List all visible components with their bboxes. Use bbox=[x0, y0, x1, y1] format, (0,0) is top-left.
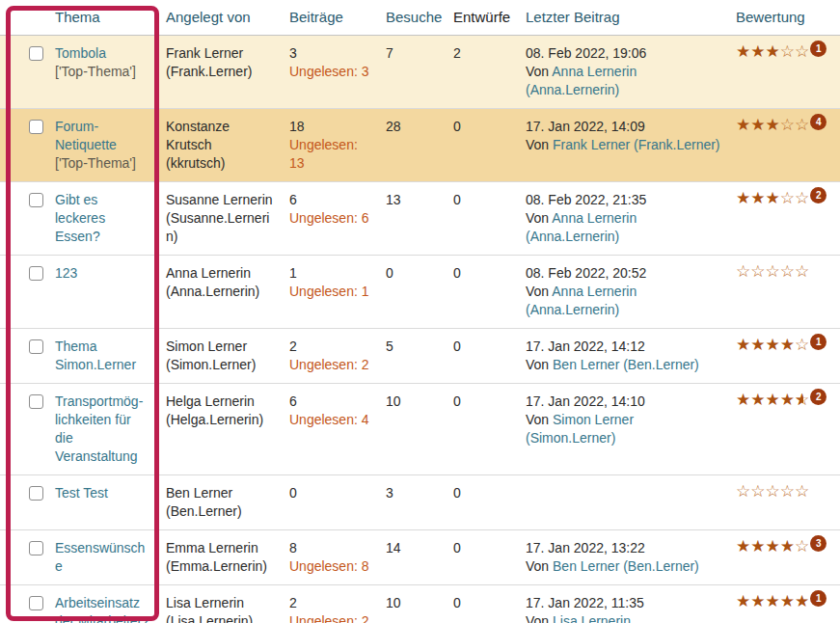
sort-link[interactable]: Bewertung bbox=[736, 9, 805, 25]
last-post-cell: 17. Jan 2022, 13:22Von Ben Lerner (Ben.L… bbox=[518, 530, 728, 585]
rating-cell: ★★★★☆1 bbox=[728, 329, 840, 384]
star-filled-icon: ★ bbox=[750, 190, 765, 206]
von-label: Von bbox=[526, 412, 553, 427]
topic-link[interactable]: Essenswünsche bbox=[55, 540, 145, 574]
star-empty-icon: ☆ bbox=[780, 483, 795, 500]
rating-cell: ★★★★☆3 bbox=[728, 530, 840, 585]
star-empty-icon: ☆ bbox=[795, 190, 809, 206]
table-row: Arbeitseinsatz der Mitarbeiter?Lisa Lern… bbox=[0, 585, 840, 623]
von-label: Von bbox=[526, 613, 553, 623]
row-select-cell bbox=[0, 530, 47, 585]
star-half-icon: ★☆ bbox=[795, 392, 809, 408]
posts-cell: 0 bbox=[282, 475, 378, 530]
rating-stars[interactable]: ★★★☆☆ bbox=[736, 42, 809, 61]
star-filled-icon: ★ bbox=[766, 337, 780, 353]
author-cell: Helga Lernerin (Helga.Lernerin) bbox=[158, 384, 282, 475]
author-cell: Emma Lernerin (Emma.Lernerin) bbox=[158, 530, 282, 585]
drafts-cell: 2 bbox=[446, 36, 518, 109]
row-checkbox[interactable] bbox=[29, 394, 43, 409]
rating-cell: ★★★☆☆4 bbox=[728, 109, 840, 182]
column-header-beitr-ge[interactable]: Beiträge bbox=[282, 0, 378, 36]
star-empty-icon: ☆ bbox=[780, 117, 795, 133]
star-empty-icon: ☆ bbox=[780, 263, 795, 280]
star-empty-icon: ☆ bbox=[795, 263, 809, 280]
topic-link[interactable]: Transportmög-lichkeiten für die Veransta… bbox=[55, 393, 143, 464]
star-filled-icon: ★ bbox=[780, 392, 795, 408]
row-select-cell bbox=[0, 329, 47, 384]
row-checkbox[interactable] bbox=[29, 486, 43, 501]
row-checkbox[interactable] bbox=[29, 339, 43, 354]
header-select-column bbox=[0, 0, 47, 36]
unread-count-label: Ungelesen: 2 bbox=[289, 356, 370, 374]
column-header-bewertung[interactable]: Bewertung bbox=[728, 0, 840, 36]
author-cell: Susanne Lernerin (Susanne.Lernerin) bbox=[158, 182, 282, 256]
posts-cell: 2Ungelesen: 2 bbox=[282, 585, 378, 623]
visits-cell: 0 bbox=[378, 256, 446, 329]
sort-link[interactable]: Besuche bbox=[386, 9, 442, 25]
column-header-angelegt-von[interactable]: Angelegt von bbox=[158, 0, 282, 36]
von-label: Von bbox=[526, 558, 553, 574]
posts-cell: 8Ungelesen: 8 bbox=[282, 530, 378, 585]
rating-cell: ★★★☆☆2 bbox=[728, 182, 840, 256]
last-post-cell: 17. Jan 2022, 14:12Von Ben Lerner (Ben.L… bbox=[518, 329, 728, 384]
sort-link[interactable]: Letzter Beitrag bbox=[526, 9, 620, 25]
sort-link[interactable]: Angelegt von bbox=[166, 9, 251, 25]
last-post-cell: 08. Feb 2022, 21:35Von Anna Lernerin (An… bbox=[518, 182, 728, 256]
sort-link[interactable]: Beiträge bbox=[289, 9, 343, 25]
column-header-letzter-beitrag[interactable]: Letzter Beitrag bbox=[518, 0, 728, 36]
star-filled-icon: ★ bbox=[736, 538, 750, 555]
topic-link[interactable]: Forum-Netiquette bbox=[55, 119, 117, 152]
topic-link[interactable]: Tombola bbox=[55, 45, 106, 61]
topic-suffix-label: ['Top-Thema'] bbox=[55, 154, 150, 173]
topic-link[interactable]: Arbeitseinsatz der Mitarbeiter? bbox=[55, 595, 149, 623]
column-header-thema[interactable]: Thema bbox=[47, 0, 158, 36]
last-post-author-line: Von Frank Lerner (Frank.Lerner) bbox=[526, 136, 720, 154]
rating-stars[interactable]: ★★★★☆ bbox=[736, 336, 809, 354]
row-checkbox[interactable] bbox=[29, 541, 43, 555]
posts-count: 3 bbox=[289, 44, 370, 63]
rating-cell: ☆☆☆☆☆ bbox=[728, 475, 840, 530]
star-filled-icon: ★ bbox=[736, 337, 750, 353]
von-label: Von bbox=[526, 284, 552, 299]
rating-count-badge: 2 bbox=[810, 389, 826, 405]
rating-stars[interactable]: ☆☆☆☆☆ bbox=[736, 262, 809, 281]
star-empty-icon: ☆ bbox=[750, 263, 765, 280]
rating-stars[interactable]: ☆☆☆☆☆ bbox=[736, 482, 809, 501]
rating-stars[interactable]: ★★★☆☆ bbox=[736, 116, 809, 134]
unread-count-label: Ungelesen: 8 bbox=[289, 557, 370, 576]
row-checkbox[interactable] bbox=[29, 120, 43, 134]
rating-stars[interactable]: ★★★★★☆ bbox=[736, 391, 809, 409]
last-post-date: 17. Jan 2022, 14:09 bbox=[526, 118, 720, 136]
row-checkbox[interactable] bbox=[29, 193, 43, 207]
last-post-date: 08. Feb 2022, 21:35 bbox=[526, 191, 720, 209]
last-post-author-link[interactable]: Ben Lerner (Ben.Lerner) bbox=[553, 558, 699, 574]
last-post-author-link[interactable]: Ben Lerner (Ben.Lerner) bbox=[553, 357, 699, 372]
posts-cell: 3Ungelesen: 3 bbox=[282, 36, 378, 109]
rating-stars[interactable]: ★★★★★ bbox=[736, 592, 809, 610]
posts-count: 2 bbox=[289, 594, 370, 612]
rating-stars[interactable]: ★★★☆☆ bbox=[736, 189, 809, 207]
row-checkbox[interactable] bbox=[29, 46, 43, 61]
column-header-besuche[interactable]: Besuche bbox=[378, 0, 446, 36]
unread-count-label: Ungelesen: 13 bbox=[289, 136, 370, 173]
visits-cell: 28 bbox=[378, 109, 446, 182]
row-select-cell bbox=[0, 475, 47, 530]
row-checkbox[interactable] bbox=[29, 596, 43, 610]
topic-link[interactable]: 123 bbox=[55, 265, 77, 281]
drafts-cell: 0 bbox=[446, 109, 518, 182]
unread-count-label: Ungelesen: 4 bbox=[289, 411, 370, 429]
rating-cell: ★★★☆☆1 bbox=[728, 36, 840, 109]
rating-stars[interactable]: ★★★★☆ bbox=[736, 537, 809, 555]
topic-link[interactable]: Gibt es leckeres Essen? bbox=[55, 192, 105, 244]
sort-link[interactable]: Thema bbox=[55, 9, 100, 25]
last-post-author-link[interactable]: Frank Lerner (Frank.Lerner) bbox=[553, 137, 720, 152]
star-empty-icon: ☆ bbox=[780, 190, 795, 206]
visits-cell: 10 bbox=[378, 585, 446, 623]
von-label: Von bbox=[526, 64, 552, 79]
topic-link[interactable]: Test Test bbox=[55, 485, 108, 501]
table-row: Transportmög-lichkeiten für die Veransta… bbox=[0, 384, 840, 475]
topic-link[interactable]: Thema Simon.Lerner bbox=[55, 339, 136, 372]
row-checkbox[interactable] bbox=[29, 266, 43, 281]
visits-cell: 5 bbox=[378, 329, 446, 384]
star-filled-icon: ★ bbox=[780, 337, 795, 353]
